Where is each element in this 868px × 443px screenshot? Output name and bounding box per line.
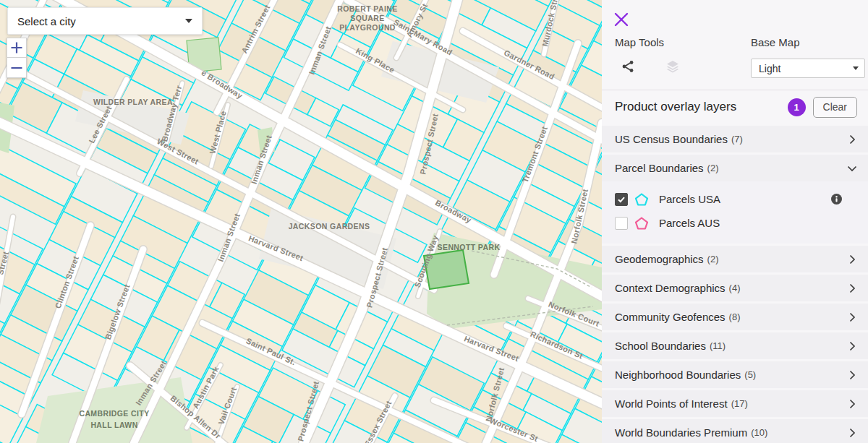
layers-icon[interactable] xyxy=(665,59,680,74)
overlay-title: Product overlay layers xyxy=(615,100,736,114)
chevron-right-icon xyxy=(846,369,858,381)
pentagon-icon-parcels-aus xyxy=(634,216,649,231)
park-label: CAMBRIDGE CITY xyxy=(79,409,149,418)
chevron-right-icon xyxy=(846,340,858,352)
area-label: JACKSON GARDENS xyxy=(289,222,370,231)
area-label: WILDER PLAY AREA xyxy=(93,98,173,106)
area-label: ROBERT PAINE xyxy=(337,4,397,13)
chevron-right-icon xyxy=(846,427,858,439)
app: Antrim StreetInman StreetAmory StMurdock… xyxy=(0,0,868,443)
section-world-points-of-interest[interactable]: World Points of Interest (17) xyxy=(602,390,868,417)
map-canvas[interactable]: Antrim StreetInman StreetAmory StMurdock… xyxy=(0,0,602,443)
checkbox-unchecked[interactable] xyxy=(615,217,628,230)
chevron-right-icon xyxy=(846,134,858,145)
pentagon-icon-parcels-usa xyxy=(634,192,649,207)
park-label: HALL LAWN xyxy=(90,421,137,429)
chevron-right-icon xyxy=(846,311,858,323)
chevron-right-icon xyxy=(846,254,858,265)
close-icon[interactable] xyxy=(612,10,631,29)
layer-label: Parcels AUS xyxy=(659,217,720,229)
parcel-boundaries-expanded: Parcels USA Parcels AUS xyxy=(602,181,868,244)
overlay-layers-list: Product overlay layers 1 Clear US Census… xyxy=(602,90,868,443)
chevron-down-icon xyxy=(846,163,858,174)
zoom-controls xyxy=(7,38,27,78)
info-icon[interactable] xyxy=(831,194,842,205)
section-school-boundaries[interactable]: School Boundaries (11) xyxy=(602,332,868,359)
section-community-geofences[interactable]: Community Geofences (8) xyxy=(602,304,868,330)
chevron-right-icon xyxy=(846,283,858,294)
overlay-header: Product overlay layers 1 Clear xyxy=(602,90,868,124)
active-layers-badge: 1 xyxy=(788,98,806,116)
layer-item-parcels-usa[interactable]: Parcels USA xyxy=(602,187,868,211)
zoom-in-button[interactable] xyxy=(7,38,27,58)
chevron-down-icon xyxy=(853,66,859,70)
section-world-boundaries-premium[interactable]: World Boundaries Premium (10) xyxy=(602,419,868,443)
area-label: PLAYGROUND xyxy=(339,23,396,32)
area-label: SQUARE xyxy=(350,14,384,22)
city-selector[interactable]: Select a city xyxy=(7,7,203,35)
layers-panel: Map Tools Base Map Light Product overl xyxy=(602,0,868,443)
checkbox-checked[interactable] xyxy=(615,193,628,206)
section-neighborhood-boundaries[interactable]: Neighborhood Boundaries (5) xyxy=(602,361,868,388)
section-parcel-boundaries[interactable]: Parcel Boundaries (2) xyxy=(602,155,868,181)
layer-label: Parcels USA xyxy=(659,193,720,205)
section-geodemographics[interactable]: Geodemographics (2) xyxy=(602,246,868,272)
chevron-right-icon xyxy=(846,398,858,410)
chevron-down-icon xyxy=(185,19,192,23)
plus-icon xyxy=(7,38,26,57)
zoom-out-button[interactable] xyxy=(7,58,27,78)
layer-item-parcels-aus[interactable]: Parcels AUS xyxy=(602,211,868,235)
section-context-demographics[interactable]: Context Demographics (4) xyxy=(602,275,868,301)
minus-icon xyxy=(7,59,26,77)
clear-button[interactable]: Clear xyxy=(813,97,857,118)
map-tools-label: Map Tools xyxy=(615,36,664,48)
check-icon xyxy=(617,195,626,204)
map-area: Antrim StreetInman StreetAmory StMurdock… xyxy=(0,0,602,443)
city-selector-value: Select a city xyxy=(17,15,76,27)
base-map-value: Light xyxy=(759,63,780,74)
base-map-select[interactable]: Light xyxy=(751,59,865,78)
share-icon[interactable] xyxy=(621,59,635,74)
base-map-label: Base Map xyxy=(751,36,800,48)
section-us-census-boundaries[interactable]: US Census Boundaries (7) xyxy=(602,126,868,152)
park-label: SENNOTT PARK xyxy=(438,243,501,251)
